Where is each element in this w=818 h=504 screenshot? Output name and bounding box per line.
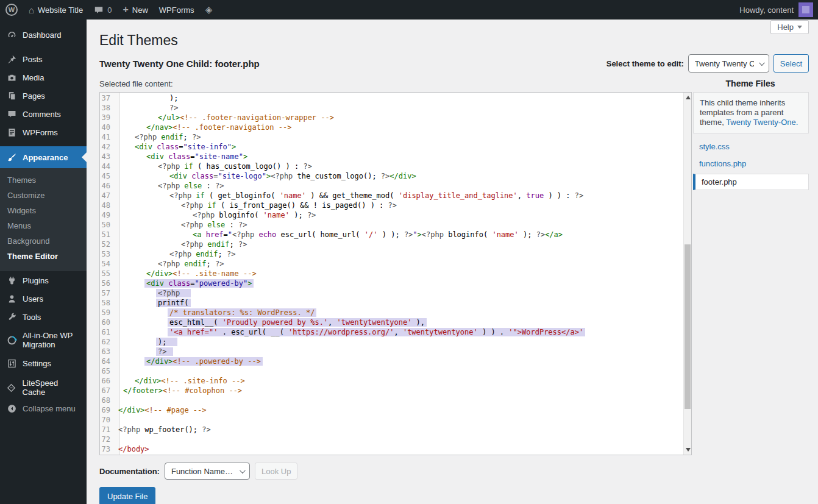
sidebar-item-settings[interactable]: Settings: [0, 354, 87, 372]
sidebar-label: Users: [23, 294, 43, 303]
line-number: 39: [100, 113, 115, 122]
code-line[interactable]: 70: [100, 415, 691, 425]
documentation-select-value: Function Name…: [171, 467, 233, 476]
documentation-select[interactable]: Function Name…: [165, 463, 250, 480]
sidebar-label: Plugins: [23, 276, 49, 285]
select-theme-button[interactable]: Select: [774, 54, 809, 73]
code-line[interactable]: 53 <?php endif; ?>: [100, 249, 691, 259]
sidebar-item-dashboard[interactable]: Dashboard: [0, 26, 87, 44]
code-line[interactable]: 52 <?php endif; ?>: [100, 240, 691, 249]
sidebar-item-comments[interactable]: Comments: [0, 105, 87, 123]
line-number: 67: [100, 386, 115, 396]
code-line[interactable]: 56 <div class="powered-by">: [100, 279, 691, 288]
scroll-up-icon[interactable]: [686, 96, 691, 99]
code-line[interactable]: 61 '<a href="' . esc_url( __( 'https://w…: [100, 327, 691, 337]
diamond-icon: ◈: [205, 4, 213, 15]
code-line[interactable]: 54 <?php endif; ?>: [100, 259, 691, 269]
submenu-item-background[interactable]: Background: [0, 233, 87, 249]
scrollbar-thumb[interactable]: [685, 244, 691, 409]
code-line[interactable]: 44 <?php if ( has_custom_logo() ) : ?>: [100, 161, 691, 171]
sidebar-label: Media: [23, 73, 44, 82]
sidebar-item-all-in-one-wp-migration[interactable]: All-in-One WP Migration: [0, 326, 87, 354]
line-number: 63: [100, 347, 115, 357]
code-line[interactable]: 73</body>: [100, 444, 691, 454]
code-line[interactable]: 51 <a href="<?php echo esc_url( home_url…: [100, 230, 691, 240]
sidebar-label: Dashboard: [23, 30, 62, 40]
code-line[interactable]: 62 );: [100, 337, 691, 347]
site-link[interactable]: ⌂ Website Title: [23, 0, 88, 20]
code-line[interactable]: 45 <div class="site-logo"><?php the_cust…: [100, 171, 691, 181]
submenu-item-customize[interactable]: Customize: [0, 188, 87, 203]
code-line[interactable]: 50 <?php else : ?>: [100, 220, 691, 230]
line-number: 73: [100, 444, 115, 454]
sidebar-label: Posts: [23, 55, 43, 64]
help-button[interactable]: Help: [770, 20, 809, 34]
code-line[interactable]: 65: [100, 366, 691, 376]
chevron-down-icon: [240, 467, 246, 474]
editor-scrollbar[interactable]: [683, 93, 691, 455]
code-line[interactable]: 58 printf(: [100, 298, 691, 308]
new-content-menu[interactable]: + New: [117, 0, 153, 20]
parent-theme-link[interactable]: Twenty Twenty-One.: [726, 118, 798, 127]
code-line[interactable]: 66 </div><!-- .site-info -->: [100, 376, 691, 386]
code-line[interactable]: 40 </nav><!-- .footer-navigation -->: [100, 122, 691, 132]
lookup-button[interactable]: Look Up: [255, 463, 297, 480]
sidebar-item-posts[interactable]: Posts: [0, 50, 87, 68]
wordpress-menu[interactable]: W: [0, 0, 23, 20]
line-number: 44: [100, 161, 115, 171]
code-line[interactable]: 39 </ul><!-- .footer-navigation-wrapper …: [100, 113, 691, 122]
sidebar-item-appearance[interactable]: Appearance: [0, 146, 87, 168]
litespeed-adminbar-item[interactable]: ◈: [200, 0, 218, 20]
code-line[interactable]: 68: [100, 396, 691, 405]
code-line[interactable]: 60 esc_html__( 'Proudly powered by %s.',…: [100, 318, 691, 327]
code-line[interactable]: 64 </div><!-- .powered-by -->: [100, 357, 691, 366]
update-file-button[interactable]: Update File: [99, 487, 155, 504]
sidebar-item-wpforms[interactable]: WPForms: [0, 123, 87, 141]
line-number: 70: [100, 415, 115, 425]
sidebar-item-tools[interactable]: Tools: [0, 308, 87, 326]
code-line[interactable]: 67 </footer><!-- #colophon -->: [100, 386, 691, 396]
line-number: 61: [100, 327, 115, 337]
code-line[interactable]: 72: [100, 435, 691, 444]
code-line[interactable]: 37 );: [100, 93, 691, 103]
file-link-functions-php[interactable]: functions.php: [693, 156, 809, 171]
wpforms-adminbar-item[interactable]: WPForms: [154, 0, 200, 20]
sidebar-item-plugins[interactable]: Plugins: [0, 271, 87, 289]
submenu-item-themes[interactable]: Themes: [0, 172, 87, 188]
sidebar-item-users[interactable]: Users: [0, 289, 87, 308]
code-line[interactable]: 69</div><!-- #page -->: [100, 405, 691, 415]
comments-shortcut[interactable]: 0: [88, 0, 117, 20]
line-number: 52: [100, 240, 115, 249]
theme-select[interactable]: Twenty Twenty One: [688, 54, 769, 73]
line-number: 54: [100, 259, 115, 269]
code-line[interactable]: 47 <?php if ( get_bloginfo( 'name' ) && …: [100, 191, 691, 201]
code-line[interactable]: 41 <?php endif; ?>: [100, 132, 691, 142]
submenu-item-widgets[interactable]: Widgets: [0, 203, 87, 218]
sidebar-item-media[interactable]: Media: [0, 68, 87, 87]
code-line[interactable]: 38 ?>: [100, 103, 691, 113]
account-menu[interactable]: Howdy, content: [739, 2, 818, 17]
code-editor[interactable]: 37 );38 ?>39 </ul><!-- .footer-navigatio…: [99, 92, 692, 455]
submenu-item-theme-editor[interactable]: Theme Editor: [0, 249, 87, 264]
sidebar-item-litespeed-cache[interactable]: LiteSpeed Cache: [0, 378, 87, 397]
home-icon: ⌂: [29, 5, 34, 15]
line-number: 50: [100, 220, 115, 230]
code-line[interactable]: 49 <?php bloginfo( 'name' ); ?>: [100, 210, 691, 220]
chevron-down-icon: [797, 26, 802, 29]
code-line[interactable]: 46 <?php else : ?>: [100, 181, 691, 191]
file-link-footer-php-active[interactable]: footer.php: [693, 174, 809, 190]
code-line[interactable]: 55 </div><!-- .site-name -->: [100, 269, 691, 279]
code-line[interactable]: 59 /* translators: %s: WordPress. */: [100, 308, 691, 318]
scroll-down-icon[interactable]: [686, 448, 691, 452]
code-line[interactable]: 63 ?>: [100, 347, 691, 357]
code-line[interactable]: 48 <?php if ( is_front_page() && ! is_pa…: [100, 201, 691, 210]
code-line[interactable]: 42 <div class="site-info">: [100, 142, 691, 152]
sidebar-item-collapse-menu[interactable]: Collapse menu: [0, 399, 87, 417]
submenu-item-menus[interactable]: Menus: [0, 218, 87, 233]
code-line[interactable]: 43 <div class="site-name">: [100, 152, 691, 161]
sidebar-label: Appearance: [23, 153, 68, 162]
code-line[interactable]: 71<?php wp_footer(); ?>: [100, 425, 691, 435]
code-line[interactable]: 57 <?php: [100, 288, 691, 298]
sidebar-item-pages[interactable]: Pages: [0, 87, 87, 105]
file-link-style-css[interactable]: style.css: [693, 139, 809, 154]
